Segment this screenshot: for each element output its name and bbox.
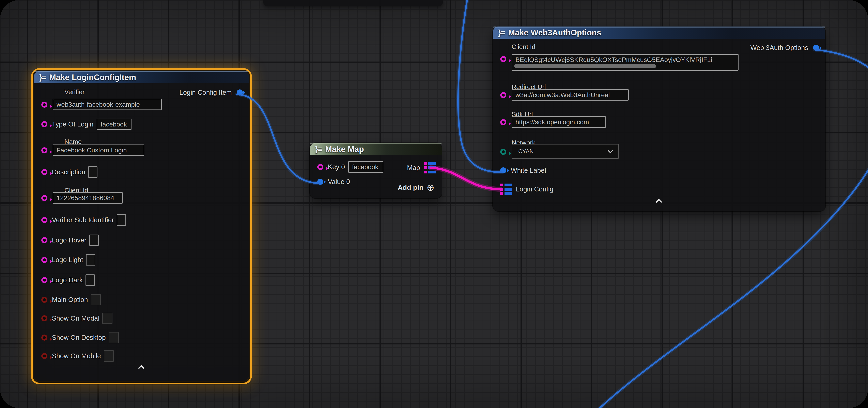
row-logo-hover: Logo Hover — [41, 235, 99, 246]
node-header-make-map[interactable]: }≡ Make Map — [310, 143, 442, 155]
row-logo-dark: Logo Dark — [41, 274, 95, 286]
node-title: Make Web3AuthOptions — [508, 28, 601, 37]
pin-client-id[interactable] — [41, 195, 48, 201]
field-type-of-login[interactable]: facebook — [97, 118, 131, 130]
field-logo-light[interactable] — [86, 254, 95, 266]
checkbox-main-option[interactable] — [91, 294, 101, 305]
row-verifier-sub-identifier: Verifier Sub Identifier — [41, 214, 126, 226]
pin-label-show-on-desktop: Show On Desktop — [52, 334, 106, 341]
row-login-config: Login Config — [500, 183, 553, 195]
make-struct-icon: }= — [39, 73, 45, 82]
make-map-icon: }≡ — [315, 145, 321, 154]
field-logo-dark[interactable] — [86, 274, 95, 286]
pin-logo-hover[interactable] — [41, 237, 48, 243]
pin-label-show-on-mobile: Show On Mobile — [52, 352, 101, 360]
pin-label-description: Description — [52, 168, 85, 176]
pin-redirect-url[interactable] — [500, 92, 506, 98]
node-make-map[interactable]: }≡ Make Map Key 0 facebook Map Value 0 A… — [310, 143, 442, 198]
chevron-down-icon — [608, 148, 613, 153]
pin-show-on-mobile[interactable] — [41, 353, 48, 359]
make-struct-icon: }= — [498, 28, 504, 37]
output-row-web3auth-options: Web 3Auth Options — [750, 44, 819, 52]
pin-label-logo-light: Logo Light — [52, 256, 83, 264]
row-show-on-mobile: Show On Mobile — [41, 350, 114, 362]
pin-show-on-modal[interactable] — [41, 315, 48, 321]
add-pin-plus-icon: ⊕ — [427, 183, 434, 192]
row-value0: Value 0 — [317, 178, 350, 185]
pin-logo-dark[interactable] — [41, 277, 48, 283]
pin-label-login-config: Login Config — [516, 185, 553, 193]
field-redirect-url[interactable]: w3a://com.w3a.Web3AuthUnreal — [512, 89, 629, 101]
pin-label-verifier: Verifier — [64, 88, 85, 96]
pin-label-key0: Key 0 — [328, 163, 345, 171]
pin-verifier[interactable] — [41, 102, 48, 108]
row-white-label: White Label — [500, 167, 546, 174]
collapse-chevron-icon[interactable] — [137, 365, 146, 370]
network-dropdown-value: CYAN — [518, 148, 534, 155]
pin-label-type-of-login: Type Of Login — [52, 121, 93, 128]
pin-label-logo-hover: Logo Hover — [52, 236, 87, 244]
node-make-web3authoptions[interactable]: }= Make Web3AuthOptions Web 3Auth Option… — [493, 27, 825, 211]
row-logo-light: Logo Light — [41, 254, 95, 266]
add-pin-label: Add pin — [398, 183, 424, 192]
pin-main-option[interactable] — [41, 297, 48, 303]
pin-label-show-on-modal: Show On Modal — [52, 314, 99, 322]
pin-type-of-login[interactable] — [41, 121, 48, 127]
checkbox-show-on-modal[interactable] — [102, 313, 113, 324]
pin-show-on-desktop[interactable] — [41, 335, 48, 341]
field-sdk-url[interactable]: https://sdk.openlogin.com — [512, 116, 606, 128]
pin-label-logo-dark: Logo Dark — [52, 276, 83, 284]
row-show-on-desktop: Show On Desktop — [41, 332, 119, 343]
pin-key0[interactable] — [317, 164, 323, 170]
field-name[interactable]: Facebook Custom Login — [53, 144, 144, 156]
field-verifier[interactable]: web3auth-facebook-example — [53, 99, 162, 110]
output-pin-label-map: Map — [407, 164, 420, 172]
pin-label-main-option: Main Option — [52, 296, 88, 304]
field-description[interactable] — [88, 166, 97, 178]
pin-client-id[interactable] — [500, 56, 506, 62]
row-main-option: Main Option — [41, 294, 101, 305]
field-logo-hover[interactable] — [89, 235, 99, 246]
pin-description[interactable] — [41, 169, 48, 175]
node-header-make-web3authoptions[interactable]: }= Make Web3AuthOptions — [493, 27, 825, 39]
output-row-login-config-item: Login Config Item — [179, 89, 243, 96]
field-client-id[interactable]: 1222658941886084 — [53, 192, 123, 204]
pin-verifier-sub-identifier[interactable] — [41, 217, 48, 223]
pin-sdk-url[interactable] — [500, 119, 506, 125]
partial-node-top[interactable] — [264, 0, 443, 6]
node-title: Make Map — [325, 145, 364, 154]
output-pin-label: Web 3Auth Options — [750, 44, 808, 52]
field-client-id-scrollbar[interactable] — [514, 64, 656, 68]
output-pin-label: Login Config Item — [179, 89, 232, 96]
network-dropdown[interactable]: CYAN — [512, 144, 619, 159]
node-title: Make LoginConfigItem — [49, 73, 136, 82]
row-show-on-modal: Show On Modal — [41, 313, 113, 324]
field-client-id[interactable]: BEglQSgt4cUWcj6SKRdu5QkOXTsePmMcusG5EAoy… — [512, 54, 739, 71]
field-verifier-sub-identifier[interactable] — [117, 214, 126, 226]
field-client-id-text: BEglQSgt4cUWcj6SKRdu5QkOXTsePmMcusG5EAoy… — [516, 56, 712, 63]
blueprint-canvas[interactable]: }= Make LoginConfigItem Login Config Ite… — [0, 0, 868, 408]
row-description: Description — [41, 166, 97, 178]
pin-label-client-id: Client Id — [512, 43, 535, 50]
pin-label-value0: Value 0 — [328, 178, 350, 185]
pin-network[interactable] — [500, 149, 506, 155]
checkbox-show-on-desktop[interactable] — [108, 332, 119, 343]
node-header-make-loginconfigitem[interactable]: }= Make LoginConfigItem — [34, 71, 249, 83]
row-key0: Key 0 facebook — [317, 161, 383, 173]
pin-logo-light[interactable] — [41, 257, 48, 263]
row-type-of-login: Type Of Login facebook — [41, 118, 131, 130]
add-pin-button[interactable]: Add pin ⊕ — [398, 183, 434, 192]
field-key0[interactable]: facebook — [348, 161, 383, 173]
pin-name[interactable] — [41, 147, 48, 154]
pin-label-verifier-sub-identifier: Verifier Sub Identifier — [52, 216, 114, 224]
node-make-loginconfigitem[interactable]: }= Make LoginConfigItem Login Config Ite… — [34, 71, 249, 381]
checkbox-show-on-mobile[interactable] — [104, 350, 114, 362]
collapse-chevron-icon[interactable] — [655, 199, 663, 204]
pin-label-white-label: White Label — [511, 167, 546, 174]
